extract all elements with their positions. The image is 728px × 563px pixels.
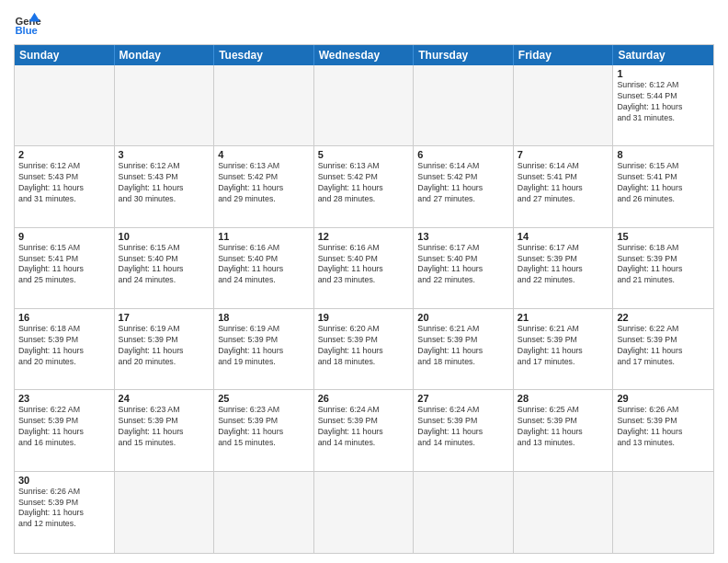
day-number: 10 <box>119 231 210 242</box>
day-info: Sunrise: 6:21 AM Sunset: 5:39 PM Dayligh… <box>518 324 609 368</box>
day-number: 29 <box>617 393 710 404</box>
day-number: 5 <box>318 149 410 160</box>
calendar-row: 30Sunrise: 6:26 AM Sunset: 5:39 PM Dayli… <box>15 472 713 553</box>
logo: General Blue <box>14 9 41 37</box>
day-info: Sunrise: 6:24 AM Sunset: 5:39 PM Dayligh… <box>417 405 509 449</box>
calendar-cell: 21Sunrise: 6:21 AM Sunset: 5:39 PM Dayli… <box>514 309 614 389</box>
calendar-cell <box>314 472 415 553</box>
calendar-cell: 23Sunrise: 6:22 AM Sunset: 5:39 PM Dayli… <box>15 390 115 470</box>
calendar-row: 9Sunrise: 6:15 AM Sunset: 5:41 PM Daylig… <box>15 228 713 309</box>
day-number: 4 <box>218 149 310 160</box>
calendar-cell: 24Sunrise: 6:23 AM Sunset: 5:39 PM Dayli… <box>115 390 215 470</box>
day-number: 22 <box>617 312 710 323</box>
calendar-cell: 11Sunrise: 6:16 AM Sunset: 5:40 PM Dayli… <box>214 228 314 308</box>
day-number: 19 <box>318 312 410 323</box>
day-info: Sunrise: 6:16 AM Sunset: 5:40 PM Dayligh… <box>318 243 410 287</box>
day-info: Sunrise: 6:19 AM Sunset: 5:39 PM Dayligh… <box>119 324 210 368</box>
day-info: Sunrise: 6:15 AM Sunset: 5:41 PM Dayligh… <box>617 161 710 205</box>
day-number: 23 <box>18 393 110 404</box>
day-info: Sunrise: 6:23 AM Sunset: 5:39 PM Dayligh… <box>119 405 210 449</box>
svg-text:Blue: Blue <box>16 25 38 36</box>
calendar-row: 23Sunrise: 6:22 AM Sunset: 5:39 PM Dayli… <box>15 390 713 471</box>
day-info: Sunrise: 6:19 AM Sunset: 5:39 PM Dayligh… <box>218 324 310 368</box>
calendar-cell: 9Sunrise: 6:15 AM Sunset: 5:41 PM Daylig… <box>15 228 115 308</box>
calendar-cell: 30Sunrise: 6:26 AM Sunset: 5:39 PM Dayli… <box>15 472 115 553</box>
day-number: 2 <box>18 149 110 160</box>
day-info: Sunrise: 6:17 AM Sunset: 5:40 PM Dayligh… <box>417 243 509 287</box>
day-number: 14 <box>518 231 609 242</box>
day-number: 9 <box>18 231 110 242</box>
day-number: 1 <box>617 68 710 79</box>
calendar-cell: 18Sunrise: 6:19 AM Sunset: 5:39 PM Dayli… <box>214 309 314 389</box>
weekday-header: Friday <box>514 45 614 65</box>
day-info: Sunrise: 6:12 AM Sunset: 5:43 PM Dayligh… <box>119 161 210 205</box>
calendar-cell: 14Sunrise: 6:17 AM Sunset: 5:39 PM Dayli… <box>514 228 614 308</box>
calendar-cell <box>15 65 115 145</box>
calendar-cell <box>613 472 713 553</box>
day-number: 13 <box>417 231 509 242</box>
calendar-cell: 1Sunrise: 6:12 AM Sunset: 5:44 PM Daylig… <box>613 65 713 145</box>
day-info: Sunrise: 6:26 AM Sunset: 5:39 PM Dayligh… <box>18 487 110 531</box>
calendar-cell: 28Sunrise: 6:25 AM Sunset: 5:39 PM Dayli… <box>514 390 614 470</box>
logo-icon: General Blue <box>14 9 41 37</box>
weekday-header: Tuesday <box>214 45 314 65</box>
day-number: 15 <box>617 231 710 242</box>
weekday-header: Thursday <box>414 45 514 65</box>
day-info: Sunrise: 6:18 AM Sunset: 5:39 PM Dayligh… <box>617 243 710 287</box>
calendar-cell: 25Sunrise: 6:23 AM Sunset: 5:39 PM Dayli… <box>214 390 314 470</box>
day-info: Sunrise: 6:14 AM Sunset: 5:42 PM Dayligh… <box>417 161 509 205</box>
calendar-header: SundayMondayTuesdayWednesdayThursdayFrid… <box>15 45 713 65</box>
calendar-cell: 5Sunrise: 6:13 AM Sunset: 5:42 PM Daylig… <box>314 146 415 226</box>
calendar-cell <box>314 65 415 145</box>
day-info: Sunrise: 6:12 AM Sunset: 5:44 PM Dayligh… <box>617 80 710 124</box>
page: General Blue SundayMondayTuesdayWednesda… <box>0 0 728 563</box>
day-info: Sunrise: 6:14 AM Sunset: 5:41 PM Dayligh… <box>518 161 609 205</box>
calendar-cell <box>115 65 215 145</box>
day-number: 6 <box>417 149 509 160</box>
day-info: Sunrise: 6:12 AM Sunset: 5:43 PM Dayligh… <box>18 161 110 205</box>
calendar-cell: 2Sunrise: 6:12 AM Sunset: 5:43 PM Daylig… <box>15 146 115 226</box>
calendar-row: 1Sunrise: 6:12 AM Sunset: 5:44 PM Daylig… <box>15 65 713 146</box>
day-info: Sunrise: 6:24 AM Sunset: 5:39 PM Dayligh… <box>318 405 410 449</box>
day-number: 11 <box>218 231 310 242</box>
calendar-cell <box>115 472 215 553</box>
day-number: 28 <box>518 393 609 404</box>
calendar-cell: 29Sunrise: 6:26 AM Sunset: 5:39 PM Dayli… <box>613 390 713 470</box>
calendar-cell: 10Sunrise: 6:15 AM Sunset: 5:40 PM Dayli… <box>115 228 215 308</box>
day-number: 25 <box>218 393 310 404</box>
day-number: 18 <box>218 312 310 323</box>
calendar-cell: 20Sunrise: 6:21 AM Sunset: 5:39 PM Dayli… <box>414 309 514 389</box>
day-number: 30 <box>18 475 110 486</box>
calendar-cell: 27Sunrise: 6:24 AM Sunset: 5:39 PM Dayli… <box>414 390 514 470</box>
day-info: Sunrise: 6:16 AM Sunset: 5:40 PM Dayligh… <box>218 243 310 287</box>
calendar-cell: 17Sunrise: 6:19 AM Sunset: 5:39 PM Dayli… <box>115 309 215 389</box>
calendar-cell: 22Sunrise: 6:22 AM Sunset: 5:39 PM Dayli… <box>613 309 713 389</box>
calendar-cell: 8Sunrise: 6:15 AM Sunset: 5:41 PM Daylig… <box>613 146 713 226</box>
day-info: Sunrise: 6:17 AM Sunset: 5:39 PM Dayligh… <box>518 243 609 287</box>
day-info: Sunrise: 6:13 AM Sunset: 5:42 PM Dayligh… <box>318 161 410 205</box>
day-info: Sunrise: 6:18 AM Sunset: 5:39 PM Dayligh… <box>18 324 110 368</box>
calendar-cell <box>414 65 514 145</box>
calendar-cell: 19Sunrise: 6:20 AM Sunset: 5:39 PM Dayli… <box>314 309 415 389</box>
day-number: 8 <box>617 149 710 160</box>
calendar-cell: 12Sunrise: 6:16 AM Sunset: 5:40 PM Dayli… <box>314 228 415 308</box>
calendar-cell <box>214 472 314 553</box>
weekday-header: Sunday <box>15 45 115 65</box>
calendar-cell <box>214 65 314 145</box>
day-number: 12 <box>318 231 410 242</box>
day-info: Sunrise: 6:23 AM Sunset: 5:39 PM Dayligh… <box>218 405 310 449</box>
day-info: Sunrise: 6:21 AM Sunset: 5:39 PM Dayligh… <box>417 324 509 368</box>
calendar-cell <box>414 472 514 553</box>
calendar: SundayMondayTuesdayWednesdayThursdayFrid… <box>14 44 714 554</box>
day-info: Sunrise: 6:22 AM Sunset: 5:39 PM Dayligh… <box>617 324 710 368</box>
weekday-header: Wednesday <box>314 45 415 65</box>
calendar-cell <box>514 472 614 553</box>
day-number: 26 <box>318 393 410 404</box>
calendar-cell: 6Sunrise: 6:14 AM Sunset: 5:42 PM Daylig… <box>414 146 514 226</box>
day-number: 17 <box>119 312 210 323</box>
day-info: Sunrise: 6:15 AM Sunset: 5:40 PM Dayligh… <box>119 243 210 287</box>
day-info: Sunrise: 6:26 AM Sunset: 5:39 PM Dayligh… <box>617 405 710 449</box>
day-number: 16 <box>18 312 110 323</box>
calendar-row: 2Sunrise: 6:12 AM Sunset: 5:43 PM Daylig… <box>15 146 713 227</box>
day-info: Sunrise: 6:22 AM Sunset: 5:39 PM Dayligh… <box>18 405 110 449</box>
